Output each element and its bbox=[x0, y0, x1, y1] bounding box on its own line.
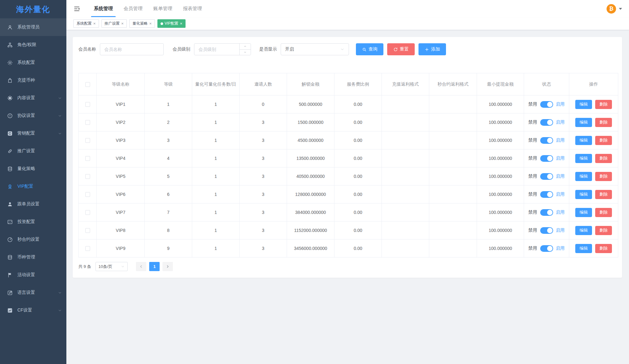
cell-daily_tasks: 1 bbox=[192, 95, 240, 113]
status-toggle[interactable] bbox=[540, 101, 553, 108]
status-toggle[interactable] bbox=[540, 245, 553, 252]
delete-button[interactable]: 删除 bbox=[595, 100, 612, 109]
top-tab-系统管理[interactable]: 系统管理 bbox=[89, 0, 118, 17]
row-checkbox[interactable] bbox=[85, 210, 90, 215]
sidebar-item-investment-config[interactable]: 投资配置 bbox=[0, 213, 66, 231]
row-checkbox[interactable] bbox=[85, 246, 90, 251]
avatar-dropdown-caret[interactable] bbox=[619, 8, 622, 10]
row-checkbox[interactable] bbox=[85, 120, 90, 125]
spinner-down-icon[interactable] bbox=[240, 49, 251, 55]
cell-level: 6 bbox=[145, 185, 192, 203]
edit-button[interactable]: 编辑 bbox=[575, 190, 592, 199]
status-toggle[interactable] bbox=[540, 173, 553, 180]
view-tag-系统配置[interactable]: 系统配置× bbox=[73, 19, 99, 28]
cell-daily_tasks: 1 bbox=[192, 221, 240, 240]
view-tag-量化策略[interactable]: 量化策略× bbox=[129, 19, 155, 28]
cell-unlock_amount: 1152000.000000 bbox=[287, 221, 334, 240]
delete-button[interactable]: 删除 bbox=[595, 226, 612, 235]
show-status-select[interactable]: 开启 bbox=[281, 43, 349, 55]
sidebar-item-content-settings[interactable]: 内容设置 bbox=[0, 89, 66, 107]
member-name-input[interactable] bbox=[100, 43, 164, 55]
delete-button[interactable]: 删除 bbox=[595, 172, 612, 181]
row-checkbox[interactable] bbox=[85, 102, 90, 107]
cell-level: 1 bbox=[145, 95, 192, 113]
spinner-up-icon[interactable] bbox=[240, 44, 251, 49]
top-tab-会员管理[interactable]: 会员管理 bbox=[118, 0, 148, 17]
sidebar-item-vip-config[interactable]: VIP配置 bbox=[0, 178, 66, 195]
edit-button[interactable]: 编辑 bbox=[575, 100, 592, 109]
cell-unlock_amount: 1500.000000 bbox=[287, 113, 334, 131]
status-toggle[interactable] bbox=[540, 209, 553, 216]
next-page-button[interactable] bbox=[162, 262, 173, 271]
cell-min_withdraw: 100.000000 bbox=[477, 185, 524, 203]
sidebar-item-activity-settings[interactable]: 活动设置 bbox=[0, 266, 66, 284]
search-button[interactable]: 查询 bbox=[356, 43, 383, 55]
sidebar-item-system-config[interactable]: 系统配置 bbox=[0, 54, 66, 71]
delete-button[interactable]: 删除 bbox=[595, 136, 612, 145]
row-checkbox[interactable] bbox=[85, 138, 90, 143]
top-tab-账单管理[interactable]: 账单管理 bbox=[148, 0, 178, 17]
prev-page-button[interactable] bbox=[136, 262, 146, 271]
row-checkbox[interactable] bbox=[85, 192, 90, 197]
status-toggle[interactable] bbox=[540, 137, 553, 144]
medal-icon bbox=[7, 184, 13, 190]
menu-fold-icon[interactable] bbox=[73, 5, 80, 12]
sidebar-item-roles-permissions[interactable]: 角色/权限 bbox=[0, 36, 66, 54]
edit-button[interactable]: 编辑 bbox=[575, 244, 592, 253]
avatar[interactable]: ₿ bbox=[607, 4, 616, 14]
page-number-button[interactable]: 1 bbox=[149, 262, 160, 271]
sidebar-item-quant-strategy[interactable]: 量化策略 bbox=[0, 160, 66, 178]
status-toggle[interactable] bbox=[540, 227, 553, 234]
row-checkbox[interactable] bbox=[85, 174, 90, 179]
close-icon[interactable]: × bbox=[180, 21, 182, 26]
edit-button[interactable]: 编辑 bbox=[575, 118, 592, 127]
edit-button[interactable]: 编辑 bbox=[575, 172, 592, 181]
cell-service_fee: 0.00 bbox=[334, 167, 382, 185]
status-toggle[interactable] bbox=[540, 155, 553, 162]
status-toggle[interactable] bbox=[540, 119, 553, 126]
gauge-icon bbox=[7, 237, 13, 243]
close-icon[interactable]: × bbox=[149, 21, 152, 26]
edit-button[interactable]: 编辑 bbox=[575, 226, 592, 235]
cell-unlock_amount: 13500.000000 bbox=[287, 149, 334, 167]
delete-button[interactable]: 删除 bbox=[595, 190, 612, 199]
sidebar-item-coin-management[interactable]: 币种管理 bbox=[0, 248, 66, 266]
cell-contract_rebate bbox=[429, 240, 477, 258]
row-checkbox[interactable] bbox=[85, 228, 90, 233]
sidebar-item-agreement-settings[interactable]: 协议设置 bbox=[0, 107, 66, 124]
reset-button[interactable]: 重置 bbox=[387, 43, 415, 55]
edit-button[interactable]: 编辑 bbox=[575, 136, 592, 145]
cell-level: 2 bbox=[145, 113, 192, 131]
cell-min_withdraw: 100.000000 bbox=[477, 221, 524, 240]
marketing-icon bbox=[7, 130, 13, 136]
add-button[interactable]: 添加 bbox=[418, 43, 446, 55]
sidebar-item-promotion-settings[interactable]: 推广设置 bbox=[0, 142, 66, 160]
sidebar-item-cf-settings[interactable]: CF设置 bbox=[0, 301, 66, 319]
select-all-checkbox[interactable] bbox=[85, 82, 90, 87]
chevron-down-icon bbox=[58, 131, 62, 136]
sidebar-item-follow-trader[interactable]: 跟单员设置 bbox=[0, 195, 66, 213]
delete-button[interactable]: 删除 bbox=[595, 244, 612, 253]
top-tab-报表管理[interactable]: 报表管理 bbox=[178, 0, 207, 17]
cell-name: VIP9 bbox=[97, 240, 145, 258]
status-cell: 禁用启用 bbox=[526, 191, 567, 198]
delete-button[interactable]: 删除 bbox=[595, 208, 612, 217]
sidebar-item-deposit-coins[interactable]: 充提币种 bbox=[0, 71, 66, 89]
edit-button[interactable]: 编辑 bbox=[575, 154, 592, 163]
delete-button[interactable]: 删除 bbox=[595, 118, 612, 127]
ops-cell: 编辑删除 bbox=[571, 154, 616, 163]
close-icon[interactable]: × bbox=[93, 21, 96, 26]
close-icon[interactable]: × bbox=[121, 21, 124, 26]
view-tag-推广设置[interactable]: 推广设置× bbox=[101, 19, 127, 28]
sidebar-item-language-settings[interactable]: 语言设置 bbox=[0, 284, 66, 301]
row-checkbox[interactable] bbox=[85, 156, 90, 161]
sidebar-item-seconds-contract[interactable]: 秒合约设置 bbox=[0, 231, 66, 248]
edit-button[interactable]: 编辑 bbox=[575, 208, 592, 217]
sidebar-item-system-admin[interactable]: 系统管理员 bbox=[0, 18, 66, 36]
delete-button[interactable]: 删除 bbox=[595, 154, 612, 163]
sidebar-item-marketing-config[interactable]: 营销配置 bbox=[0, 124, 66, 142]
status-toggle[interactable] bbox=[540, 191, 553, 198]
cell-recharge_rebate bbox=[382, 95, 429, 113]
view-tag-VIP配置[interactable]: VIP配置× bbox=[157, 19, 186, 28]
page-size-select[interactable]: 10条/页 bbox=[95, 262, 128, 271]
